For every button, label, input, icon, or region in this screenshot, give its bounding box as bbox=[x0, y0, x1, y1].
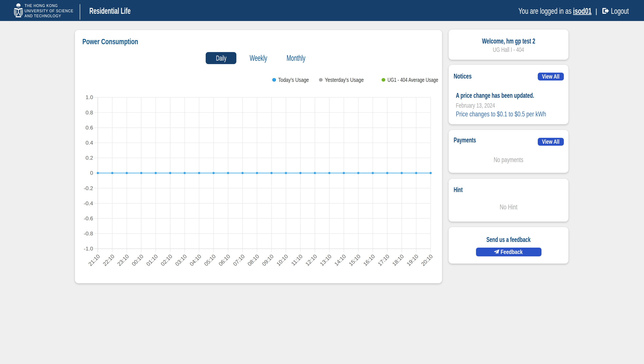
svg-text:07:10: 07:10 bbox=[232, 253, 246, 267]
svg-text:-1.0: -1.0 bbox=[84, 246, 93, 252]
svg-text:12:10: 12:10 bbox=[304, 253, 318, 267]
svg-text:10:10: 10:10 bbox=[275, 253, 289, 267]
svg-text:03:10: 03:10 bbox=[174, 253, 188, 267]
svg-text:0: 0 bbox=[90, 170, 93, 176]
svg-text:01:10: 01:10 bbox=[145, 253, 159, 267]
svg-text:0.4: 0.4 bbox=[86, 140, 93, 146]
svg-text:0.2: 0.2 bbox=[86, 155, 93, 161]
svg-text:02:10: 02:10 bbox=[160, 253, 173, 267]
svg-text:20:10: 20:10 bbox=[420, 253, 434, 267]
svg-text:11:10: 11:10 bbox=[290, 253, 304, 267]
svg-text:00:10: 00:10 bbox=[131, 253, 145, 267]
svg-text:13:10: 13:10 bbox=[319, 253, 333, 267]
svg-text:19:10: 19:10 bbox=[406, 253, 419, 267]
svg-text:15:10: 15:10 bbox=[348, 253, 361, 267]
svg-text:16:10: 16:10 bbox=[362, 253, 376, 267]
svg-text:1.0: 1.0 bbox=[86, 94, 93, 100]
svg-text:21:10: 21:10 bbox=[87, 253, 101, 267]
svg-text:04:10: 04:10 bbox=[189, 253, 202, 267]
svg-text:09:10: 09:10 bbox=[261, 253, 275, 267]
svg-text:0.8: 0.8 bbox=[86, 110, 93, 116]
svg-text:-0.8: -0.8 bbox=[84, 230, 93, 236]
svg-text:0.6: 0.6 bbox=[86, 125, 93, 130]
svg-text:14:10: 14:10 bbox=[333, 253, 347, 267]
svg-text:-0.6: -0.6 bbox=[84, 216, 93, 222]
svg-text:-0.4: -0.4 bbox=[84, 200, 93, 206]
svg-text:17:10: 17:10 bbox=[377, 253, 390, 267]
svg-text:-0.2: -0.2 bbox=[84, 185, 93, 191]
svg-text:18:10: 18:10 bbox=[391, 253, 405, 267]
svg-text:06:10: 06:10 bbox=[218, 253, 231, 267]
svg-text:22:10: 22:10 bbox=[102, 253, 115, 267]
svg-text:08:10: 08:10 bbox=[247, 253, 260, 267]
svg-text:23:10: 23:10 bbox=[116, 253, 130, 267]
svg-text:05:10: 05:10 bbox=[203, 253, 217, 267]
